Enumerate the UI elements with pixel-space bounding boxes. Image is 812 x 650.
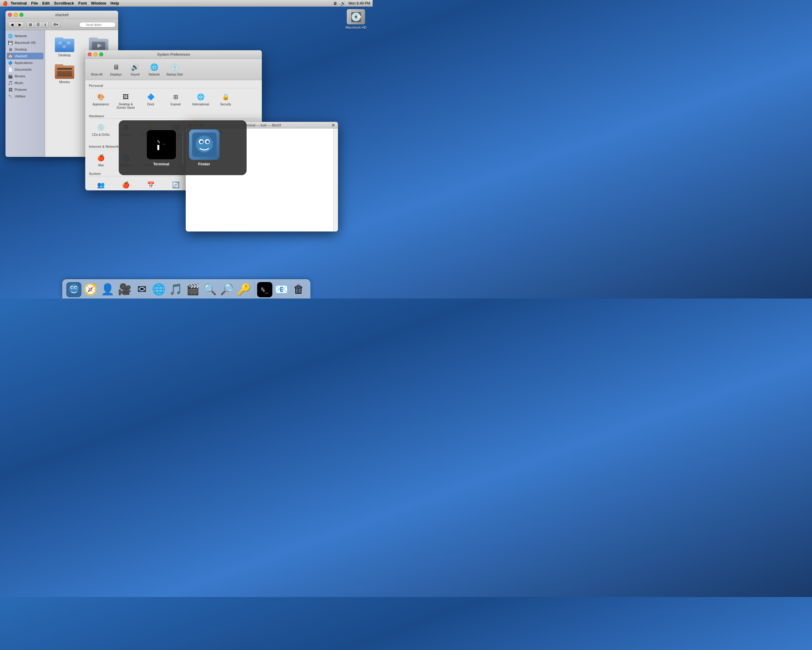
sidebar-item-applications[interactable]: 🔷 Applications — [6, 60, 45, 66]
personal-section-title: Personal — [89, 84, 258, 88]
sidebar-item-network[interactable]: 🌐 Network — [6, 32, 45, 39]
menubar-edit[interactable]: Edit — [42, 1, 50, 6]
sidebar-item-desktop[interactable]: 🖥 Desktop — [6, 46, 45, 53]
tray-display-icon[interactable]: 🖥 — [333, 1, 337, 6]
dock-itunes-icon: 🎵 — [168, 281, 184, 297]
sp-expose[interactable]: ⊞ Exposé — [164, 91, 188, 110]
sidebar-item-utilities[interactable]: 🔧 Utilities — [6, 93, 45, 99]
dock-ichat-icon: 🎥 — [117, 281, 133, 297]
finder-item-desktop[interactable]: Desktop — [50, 35, 79, 57]
finder-nav-buttons: ◀ ▶ — [8, 21, 24, 28]
sysprefs-close-button[interactable] — [88, 52, 92, 57]
menubar-app-name[interactable]: Terminal — [11, 1, 27, 6]
accounts-icon: 👥 — [96, 180, 106, 190]
sidebar-item-music[interactable]: 🎵 Music — [6, 80, 45, 86]
sidebar-item-movies[interactable]: 🎬 Movies — [6, 73, 45, 80]
displays-icon: 🖥 — [111, 63, 121, 72]
finder-maximize-button[interactable] — [20, 13, 23, 17]
finder-item-desktop-label: Desktop — [58, 53, 71, 57]
sp-software-update[interactable]: 🔄 Software Update — [164, 179, 188, 190]
sidebar-item-shackett[interactable]: 🏠 shackett — [7, 53, 44, 60]
dock-item-keychain[interactable]: 🔑 — [236, 281, 252, 297]
finder-close-button[interactable] — [8, 13, 12, 17]
dock-item-finder[interactable] — [66, 282, 82, 297]
sysprefs-sound-button[interactable]: 🔊 Sound — [127, 61, 143, 77]
finder-item-movies-2-label: Movies — [60, 80, 70, 84]
menubar-window[interactable]: Window — [91, 1, 106, 6]
network-toolbar-icon: 🌐 — [150, 63, 159, 72]
finder-forward-button[interactable]: ▶ — [16, 21, 24, 28]
sp-accounts[interactable]: 👥 Accounts — [89, 179, 113, 190]
sp-security[interactable]: 🔒 Security — [214, 91, 238, 110]
terminal-dock-tooltip[interactable]: % _▊ Terminal — [146, 130, 177, 166]
sp-classic[interactable]: 🍎 Classic — [114, 179, 137, 190]
dock-item-sherlock[interactable]: 🔎 — [219, 281, 235, 297]
finder-search-input[interactable] — [79, 22, 116, 28]
dock-item-mail[interactable]: ✉ — [134, 281, 150, 297]
dock-item-ie[interactable]: 🌐 — [151, 281, 167, 297]
finder-icon-view-button[interactable]: ⊞ — [27, 22, 34, 28]
sidebar-item-macintosh-hd[interactable]: 💾 Macintosh HD — [6, 39, 45, 46]
svg-rect-4 — [63, 42, 66, 44]
sysprefs-network-button[interactable]: 🌐 Network — [146, 61, 163, 77]
hd-sidebar-icon: 💾 — [8, 40, 13, 45]
tray-volume-icon[interactable]: 🔊 — [340, 1, 346, 6]
dock-trash-icon: 🗑 — [291, 281, 307, 297]
dock-finder-icon — [66, 282, 82, 297]
international-label: International — [192, 102, 209, 106]
dock-item-itunes[interactable]: 🎵 — [168, 281, 184, 297]
terminal-resize-icon[interactable]: ⊞ — [331, 123, 336, 127]
dock-item-terminal[interactable]: %_ — [257, 282, 273, 297]
dock-item-ichat[interactable]: 🎥 — [117, 281, 133, 297]
menubar-datetime: Mon 6:49 PM — [349, 1, 370, 6]
sysprefs-displays-button[interactable]: 🖥 Displays — [107, 61, 124, 77]
sp-mac[interactable]: 🍎 .Mac — [89, 152, 113, 168]
dock-item-system[interactable]: 👤 — [100, 281, 116, 297]
showall-icon — [92, 63, 102, 72]
dock-icon: 🔷 — [146, 92, 156, 102]
dock-item-safari[interactable]: 🧭 — [83, 281, 99, 297]
sysprefs-minimize-button[interactable] — [93, 52, 98, 57]
startup-disk-label: Startup Disk — [166, 73, 183, 76]
macintosh-hd-desktop-icon[interactable]: 💽 Macintosh HD — [346, 9, 366, 29]
dock-item-mail2[interactable]: 📧 — [274, 281, 290, 297]
menubar-help[interactable]: Help — [110, 1, 119, 6]
sysprefs-startupdisk-button[interactable]: 💿 Startup Disk — [165, 61, 184, 77]
sysprefs-showall-button[interactable]: Show All — [88, 61, 105, 77]
finder-item-movies-2[interactable]: Movies — [50, 62, 79, 84]
apple-menu-icon[interactable]: 🍎 — [2, 1, 8, 6]
terminal-scrollbar[interactable] — [333, 128, 338, 231]
finder-action-button[interactable]: ⚙▾ — [51, 21, 60, 28]
desktop-screensaver-label: Desktop & Screen Saver — [115, 102, 136, 109]
dock-item-trash[interactable]: 🗑 — [291, 281, 307, 297]
finder-list-view-button[interactable]: ☰ — [34, 22, 42, 28]
sp-desktop-screensaver[interactable]: 🖼 Desktop & Screen Saver — [114, 91, 137, 110]
finder-sidebar: 🌐 Network 💾 Macintosh HD 🖥 Desktop 🏠 sha… — [6, 30, 45, 157]
sp-international[interactable]: 🌐 International — [189, 91, 212, 110]
finder-folder-icon-desktop — [55, 35, 74, 52]
sysprefs-maximize-button[interactable] — [99, 52, 103, 57]
sp-dock[interactable]: 🔷 Dock — [139, 91, 163, 110]
sp-cds-dvds[interactable]: 💿 CDs & DVDs — [89, 121, 113, 141]
security-label: Security — [220, 102, 231, 106]
finder-folder-icon-movies — [89, 35, 108, 52]
finder-column-view-button[interactable]: ⫿ — [42, 22, 49, 28]
appearance-label: Appearance — [93, 102, 109, 106]
finder-back-button[interactable]: ◀ — [8, 21, 16, 28]
sp-appearance[interactable]: 🎨 Appearance — [89, 91, 113, 110]
sidebar-item-pictures[interactable]: 🖼 Pictures — [6, 86, 45, 93]
menubar-scrollback[interactable]: Scrollback — [54, 1, 74, 6]
menubar-file[interactable]: File — [31, 1, 38, 6]
international-icon: 🌐 — [196, 92, 206, 102]
finder-face-svg — [192, 133, 217, 157]
menubar-font[interactable]: Font — [78, 1, 87, 6]
documents-sidebar-icon: 📄 — [8, 67, 13, 72]
finder-dock-tooltip[interactable]: Finder — [189, 130, 220, 166]
dock-item-spotlight[interactable]: 🔍 — [202, 281, 218, 297]
mac-label: .Mac — [98, 164, 104, 167]
sidebar-item-documents[interactable]: 📄 Documents — [6, 66, 45, 73]
finder-minimize-button[interactable] — [14, 13, 18, 17]
sysprefs-window-controls — [88, 52, 103, 57]
sp-date-time[interactable]: 📅 Date & Time — [139, 179, 163, 190]
dock-item-imovie[interactable]: 🎬 — [185, 281, 201, 297]
